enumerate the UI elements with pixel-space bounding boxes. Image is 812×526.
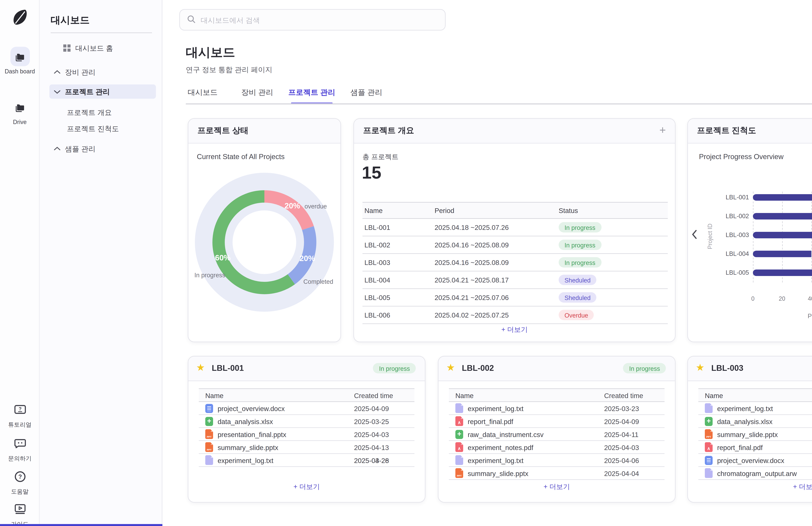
show-more-button[interactable]: + 더보기	[188, 482, 425, 492]
file-row[interactable]: data_analysis.xlsx 2025-03-25	[199, 415, 415, 428]
file-row[interactable]: report_final.pdf 2025-04-06	[698, 441, 812, 454]
sidebar-section-project[interactable]: 프로젝트 관리	[49, 84, 156, 99]
sidebar-item-label: 프로젝트 진척도	[67, 124, 119, 133]
status-badge: In progress	[559, 257, 601, 267]
file-name: report_final.pdf	[468, 417, 513, 425]
file-row[interactable]: project_overview.docx 2025-03-31	[698, 454, 812, 467]
sidebar-item-dashboard-home[interactable]: 대시보드 홈	[58, 42, 155, 55]
sidebar-section-equipment[interactable]: 장비 관리	[49, 65, 156, 79]
sidebar-item-project-progress[interactable]: 프로젝트 진척도	[58, 122, 155, 135]
file-name: data_analysis.xlsx	[717, 417, 772, 425]
project-name: LBL-001	[362, 223, 435, 231]
docx-file-icon	[205, 404, 213, 413]
table-row[interactable]: LBL-004 2025.04.21 ~2025.08.17 Sheduled	[362, 272, 668, 289]
sidebar: 대시보드 대시보드 홈 장비 관리 프로젝트 관리 프로젝트 개요	[40, 0, 162, 526]
donut-chart: 20% 20% 60% overdue Completed In progres…	[188, 155, 340, 330]
chart-prev-button[interactable]	[691, 229, 698, 242]
x-tick: 40	[801, 295, 812, 302]
rail-item-drive[interactable]: Drive	[0, 98, 40, 126]
status-badge: Sheduled	[559, 292, 596, 303]
project-name: LBL-003	[362, 259, 435, 266]
progress-bar[interactable]	[753, 269, 812, 276]
show-more-button[interactable]: + 더보기	[438, 482, 675, 492]
show-more-button[interactable]: + 더보기	[688, 482, 812, 492]
file-row[interactable]: experiment_log.txt 2025-03-282025-04-26	[199, 454, 415, 467]
tab-equipment[interactable]: 장비 관리	[230, 88, 285, 103]
table-row[interactable]: LBL-006 2025.04.02 ~2025.07.25 Overdue	[362, 307, 668, 324]
table-header-row: Name Period Status	[362, 202, 668, 219]
sidebar-section-label: 샘플 관리	[65, 144, 96, 154]
progress-bar[interactable]	[753, 194, 812, 201]
show-more-button[interactable]: + 더보기	[354, 325, 675, 334]
file-row[interactable]: experiment_log.txt 2025-04-06	[449, 454, 665, 467]
progress-bar[interactable]	[753, 213, 812, 219]
status-badge: Overdue	[559, 310, 594, 320]
txt-file-icon	[205, 455, 213, 465]
file-row[interactable]: report_final.pdf 2025-04-09	[449, 415, 665, 428]
file-name: experiment_log.txt	[218, 456, 273, 464]
page-title: 대시보드	[186, 44, 235, 61]
files-table: Name Created time experiment_log.txt 202…	[698, 388, 812, 480]
project-status-card: 프로젝트 상태 Current State of All Projects 20…	[188, 118, 341, 342]
project-period: 2025.04.16 ~2025.08.09	[435, 241, 559, 249]
file-row[interactable]: summary_slide.pptx 2025-04-04	[449, 467, 665, 480]
pptx-file-icon	[455, 468, 463, 478]
file-row[interactable]: chromatogram_output.arw 2025-04-12	[698, 467, 812, 480]
total-projects-value: 15	[362, 163, 381, 183]
file-row[interactable]: experiment_log.txt 2025-03-23	[449, 402, 665, 415]
project-files-card: ★ LBL-003 In progress Name Created time …	[687, 356, 812, 502]
col-header-created: Created time	[604, 391, 665, 399]
dashboard-folder-icon	[10, 47, 30, 66]
search-icon	[187, 14, 195, 26]
star-icon[interactable]: ★	[196, 362, 205, 374]
status-badge: In progress	[623, 363, 666, 374]
table-row[interactable]: LBL-002 2025.04.16 ~2025.08.09 In progre…	[362, 236, 668, 254]
svg-text:?: ?	[18, 473, 21, 480]
file-row[interactable]: data_analysis.xlsx 2025-04-17	[698, 415, 812, 428]
file-name: presentation_final.pptx	[218, 430, 286, 438]
table-row[interactable]: LBL-003 2025.04.16 ~2025.08.09 In progre…	[362, 254, 668, 272]
tab-dashboard[interactable]: 대시보드	[175, 88, 230, 103]
sidebar-section-label: 장비 관리	[65, 67, 96, 77]
project-period: 2025.04.18 ~2025.07.26	[435, 223, 559, 231]
tab-sample[interactable]: 샘플 관리	[339, 88, 394, 103]
app-viewport: Dash board Drive ? 튜토리얼 문의하기 ? 도움말	[0, 0, 812, 526]
search-bar[interactable]	[179, 9, 446, 30]
rail-item-guide[interactable]: 가이드	[0, 499, 40, 526]
file-row[interactable]: summary_slide.pptx 2025-03-27	[698, 428, 812, 441]
tab-project[interactable]: 프로젝트 관리	[285, 88, 339, 103]
pptx-file-icon	[205, 442, 213, 452]
file-row[interactable]: summary_slide.pptx 2025-04-13	[199, 441, 415, 454]
rail-item-dashboard[interactable]: Dash board	[0, 47, 40, 75]
rail-item-label: 튜토리얼	[0, 422, 40, 428]
table-header-row: Name Created time	[199, 388, 415, 402]
chevron-up-icon	[53, 69, 61, 75]
progress-bar[interactable]	[753, 251, 812, 257]
rail-item-tutorial[interactable]: ? 튜토리얼	[0, 400, 40, 428]
rail-item-help[interactable]: ? 도움말	[0, 467, 40, 496]
progress-bar[interactable]	[753, 232, 812, 238]
file-row[interactable]: presentation_final.pptx 2025-04-03	[199, 428, 415, 441]
star-icon[interactable]: ★	[696, 362, 705, 374]
project-period: 2025.04.21 ~2025.08.17	[435, 276, 559, 284]
table-row[interactable]: LBL-001 2025.04.18 ~2025.07.26 In progre…	[362, 219, 668, 236]
sidebar-section-sample[interactable]: 샘플 관리	[49, 142, 156, 156]
file-date: 2025-04-03	[354, 430, 415, 438]
project-files-card: ★ LBL-002 In progress Name Created time …	[438, 356, 676, 502]
file-row[interactable]: project_overview.docx 2025-04-09	[199, 402, 415, 415]
brand-logo-leaf-icon[interactable]	[11, 9, 29, 26]
search-input[interactable]	[201, 16, 422, 24]
add-icon[interactable]: +	[659, 124, 666, 137]
svg-text:?: ?	[18, 406, 21, 411]
file-row[interactable]: experiment_notes.pdf 2025-04-03	[449, 441, 665, 454]
status-badge: In progress	[559, 239, 601, 250]
file-row[interactable]: experiment_log.txt 2025-04-05	[698, 402, 812, 415]
table-row[interactable]: LBL-005 2025.04.21 ~2025.07.06 Sheduled	[362, 289, 668, 307]
file-name: experiment_log.txt	[468, 404, 523, 412]
star-icon[interactable]: ★	[446, 362, 455, 374]
rail-item-contact[interactable]: 문의하기	[0, 434, 40, 462]
xlsx-file-icon	[205, 417, 213, 426]
sidebar-item-project-overview[interactable]: 프로젝트 개요	[58, 106, 155, 119]
txt-file-icon	[705, 403, 713, 413]
file-row[interactable]: raw_data_instrument.csv 2025-04-11	[449, 428, 665, 441]
